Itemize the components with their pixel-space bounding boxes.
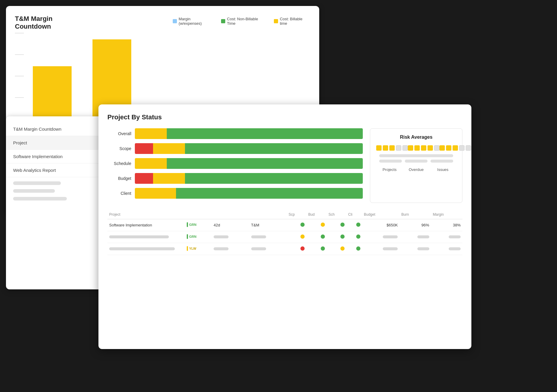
risk-ph-col-3 [431,160,453,163]
risk-icons-row [376,145,456,151]
placeholder-days-3 [214,247,229,250]
dot-scp-3 [300,246,305,251]
legend-margin-label: Margin (w/expenses) [179,17,214,26]
td-sch-2 [327,231,346,243]
seg-budget-yellow [153,173,185,184]
placeholder-name-3 [109,247,175,250]
th-status [185,210,212,219]
status-label-3: YLW [189,247,196,250]
td-scp-2 [287,231,306,243]
status-bar-client: Client [107,188,363,199]
td-budget-3 [362,243,400,255]
seg-schedule-yellow [135,158,167,169]
seg-overall-green [167,128,363,139]
label-client: Client [107,191,131,196]
risk-ph-col-1 [379,160,402,163]
td-burn-3 [399,243,431,255]
td-cli-3 [346,243,362,255]
sidebar-item-web[interactable]: Web Analytics Report [6,163,107,177]
seg-scope-red [135,143,153,154]
td-scp-1 [287,219,306,231]
td-days-3 [212,243,249,255]
dot-bud-1 [321,223,325,227]
risk-sq-2-1 [408,145,413,151]
legend-margin: Margin (w/expenses) [173,17,214,26]
legend-nonbillable: Cost: Non-Billable Time [221,17,267,26]
td-budget-1: $650K [362,219,400,231]
track-schedule [135,158,363,169]
th-margin: Margin [431,210,462,219]
sidebar-placeholder-1 [13,181,61,185]
status-label-1: GRN [189,223,196,226]
td-name-1: Software Implementation [107,219,185,231]
placeholder-name-2 [109,235,169,238]
seg-client-green [176,188,363,199]
sidebar-item-project[interactable]: Project [6,136,107,150]
sidebar-item-software[interactable]: Software Implementation [6,150,107,163]
chart-legend: Margin (w/expenses) Cost: Non-Billable T… [173,17,310,26]
th-scp: Scp [287,210,306,219]
dot-bud-2 [321,234,325,239]
sidebar-placeholder-2 [13,189,55,193]
seg-scope-yellow [153,143,185,154]
dot-bud-3 [321,246,325,251]
seg-scope-green [185,143,363,154]
dot-sch-2 [340,234,345,239]
placeholder-burn-2 [417,235,429,238]
label-schedule: Schedule [107,161,131,166]
status-label-2: GRN [189,235,196,238]
risk-averages-title: Risk Averages [376,135,456,140]
th-type [249,210,287,219]
th-bud: Bud [306,210,327,219]
risk-group-3 [439,145,471,151]
risk-label-overdue: Overdue [404,167,428,172]
placeholder-type-2 [251,235,266,238]
sidebar-placeholder-3 [13,197,67,200]
track-client [135,188,363,199]
status-bar-schedule: Schedule [107,158,363,169]
card-project-status: Project By Status Overall Scope [98,104,471,349]
risk-averages-box: Risk Averages [370,128,462,203]
label-scope: Scope [107,146,131,151]
status-bar-scope: Scope [107,143,363,154]
th-burn: Burn [399,210,431,219]
table-row: Software Implementation GRN 42d T&M $650… [107,219,462,231]
risk-sq-3-3 [453,145,458,151]
placeholder-margin-2 [449,235,461,238]
track-budget [135,173,363,184]
risk-sq-2-5 [434,145,439,151]
legend-billable: Cost: Billable time [274,17,310,26]
risk-label-issues: Issues [431,167,455,172]
td-name-2 [107,231,185,243]
risk-group-2 [408,145,439,151]
sidebar-item-tm[interactable]: T&M Margin Countdown [6,122,107,136]
td-cli-1 [346,219,362,231]
status-bar-budget: Budget [107,173,363,184]
placeholder-margin-3 [449,247,461,250]
dot-scp-1 [300,223,305,227]
placeholder-burn-3 [417,247,429,250]
placeholder-budget-3 [383,247,398,250]
td-sch-1 [327,219,346,231]
table-row: YLW [107,243,462,255]
risk-sq-2-3 [421,145,426,151]
td-type-1: T&M [249,219,287,231]
th-sch: Sch [327,210,346,219]
td-days-1: 42d [212,219,249,231]
td-bud-1 [306,219,327,231]
risk-ph-col-2 [405,160,428,163]
label-budget: Budget [107,176,131,181]
tm-title: T&M Margin Countdown [15,15,89,30]
th-budget: Budget [362,210,400,219]
td-status-3: YLW [185,243,212,255]
td-bud-2 [306,231,327,243]
td-scp-3 [287,243,306,255]
risk-labels-row: Projects Overdue Issues [376,167,456,172]
status-bar-ind-3 [187,246,188,251]
legend-nonbillable-color [221,19,225,23]
seg-overall-yellow [135,128,167,139]
risk-sq-2-2 [414,145,420,151]
td-status-1: GRN [185,219,212,231]
dot-sch-1 [340,223,345,227]
seg-schedule-green [167,158,363,169]
